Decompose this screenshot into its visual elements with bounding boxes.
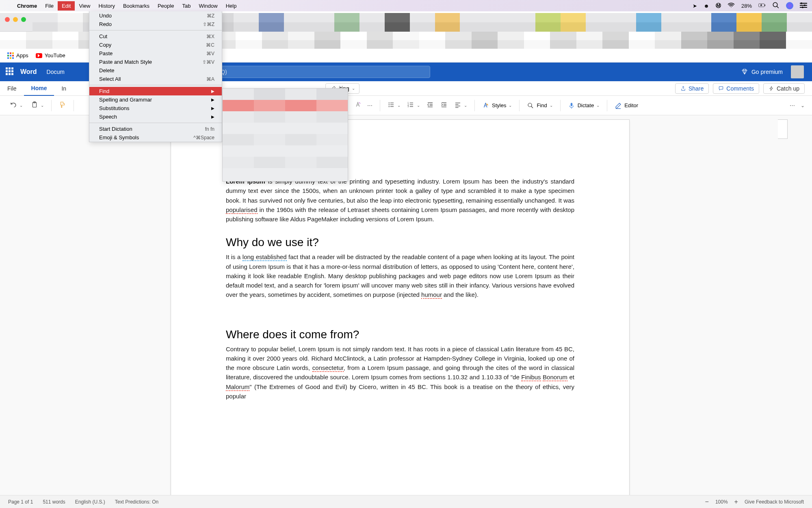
clipboard-button[interactable]	[31, 101, 38, 110]
sys-icon-2[interactable]: ☻	[704, 3, 709, 9]
menu-item-copy[interactable]: Copy⌘C	[89, 41, 222, 49]
menu-bookmarks[interactable]: Bookmarks	[119, 1, 154, 11]
app-name[interactable]: Chrome	[13, 1, 41, 11]
go-premium-button[interactable]: Go premium	[741, 68, 783, 76]
mac-menubar: Chrome File Edit View History Bookmarks …	[0, 0, 812, 11]
decrease-indent-button[interactable]	[427, 101, 434, 110]
document-name[interactable]: Docum	[47, 69, 65, 75]
menu-item-paste-match[interactable]: Paste and Match Style⇧⌘V	[89, 58, 222, 66]
menu-item-speech[interactable]: Speech▶	[89, 112, 222, 121]
tab-home[interactable]: Home	[24, 81, 54, 96]
svg-rect-1	[764, 4, 765, 6]
tab-insert[interactable]: In	[54, 81, 74, 96]
menu-edit[interactable]: Edit	[58, 1, 75, 11]
format-painter-button[interactable]	[59, 101, 66, 110]
menu-divider	[89, 85, 222, 85]
svg-point-7	[801, 2, 802, 4]
ruler-notch	[778, 119, 788, 139]
more-font-button[interactable]: ⋯	[367, 102, 372, 108]
status-language[interactable]: English (U.S.)	[75, 499, 105, 505]
editor-button[interactable]: Editor	[612, 102, 641, 109]
editor-icon	[615, 102, 622, 109]
align-button[interactable]	[454, 101, 461, 110]
menu-view[interactable]: View	[75, 1, 94, 11]
menu-item-dictation[interactable]: Start Dictationfn fn	[89, 125, 222, 133]
menu-people[interactable]: People	[154, 1, 178, 11]
menu-item-paste[interactable]: Paste⌘V	[89, 49, 222, 58]
svg-point-2	[773, 2, 777, 7]
svg-rect-41	[570, 103, 572, 106]
status-predictions[interactable]: Text Predictions: On	[115, 499, 158, 505]
wifi-icon[interactable]	[728, 2, 735, 10]
status-bar: Page 1 of 1 511 words English (U.S.) Tex…	[0, 495, 812, 508]
menu-item-redo[interactable]: Redo⇧⌘Z	[89, 20, 222, 28]
search-icon[interactable]	[772, 2, 780, 10]
zoom-out-button[interactable]: −	[705, 498, 709, 506]
user-avatar[interactable]	[791, 65, 804, 78]
svg-line-40	[531, 106, 533, 108]
bookmark-youtube[interactable]: YouTube	[36, 52, 65, 58]
find-submenu[interactable]	[222, 88, 348, 182]
control-center-icon[interactable]	[800, 2, 807, 10]
menu-item-find[interactable]: Find▶	[89, 87, 222, 95]
menu-divider	[89, 123, 222, 123]
word-brand[interactable]: Word	[20, 68, 37, 76]
more-ribbon-button[interactable]: ⋯	[790, 102, 795, 108]
doc-heading-3: Where does it come from?	[226, 328, 574, 341]
menu-item-emoji[interactable]: Emoji & Symbols^⌘Space	[89, 133, 222, 142]
siri-icon[interactable]	[786, 2, 793, 9]
maximize-window-button[interactable]	[21, 17, 26, 22]
youtube-icon	[36, 53, 42, 58]
lightning-icon	[769, 86, 774, 91]
undo-button[interactable]	[10, 101, 17, 110]
bullets-button[interactable]	[388, 101, 395, 110]
close-window-button[interactable]	[5, 17, 10, 22]
increase-indent-button[interactable]	[440, 101, 448, 110]
tab-file[interactable]: File	[0, 81, 24, 96]
sys-icon-1[interactable]: ➤	[693, 3, 697, 9]
comments-button[interactable]: Comments	[713, 83, 759, 94]
svg-point-8	[804, 4, 806, 6]
app-launcher-icon[interactable]	[6, 67, 15, 76]
zoom-in-button[interactable]: +	[734, 498, 738, 506]
catch-up-button[interactable]: Catch up	[763, 83, 805, 94]
feedback-link[interactable]: Give Feedback to Microsoft	[745, 499, 804, 505]
comment-icon	[718, 86, 724, 91]
menu-history[interactable]: History	[94, 1, 119, 11]
styles-button[interactable]: Styles⌄	[480, 102, 514, 109]
zoom-level[interactable]: 100%	[715, 499, 728, 505]
status-page[interactable]: Page 1 of 1	[8, 499, 33, 505]
clear-formatting-button[interactable]	[354, 101, 362, 110]
menu-help[interactable]: Help	[222, 1, 241, 11]
dictate-button[interactable]: Dictate⌄	[565, 102, 602, 109]
status-words[interactable]: 511 words	[43, 499, 65, 505]
find-button[interactable]: Find⌄	[524, 102, 555, 109]
doc-paragraph-1: Lorem Ipsum is simply dummy text of the …	[226, 177, 574, 224]
sys-icon-3[interactable]: Ⓜ	[716, 2, 721, 9]
menu-divider	[89, 30, 222, 30]
menu-item-substitutions[interactable]: Substitutions▶	[89, 104, 222, 112]
numbering-button[interactable]: 123	[407, 101, 414, 110]
menu-tab[interactable]: Tab	[178, 1, 195, 11]
apps-grid-icon	[7, 52, 14, 59]
menu-item-delete[interactable]: Delete	[89, 66, 222, 75]
svg-point-9	[802, 6, 803, 8]
doc-paragraph-2: It is a long established fact that a rea…	[226, 252, 574, 299]
doc-paragraph-3: Contrary to popular belief, Lorem Ipsum …	[226, 344, 574, 401]
collapse-ribbon-button[interactable]: ⌄	[801, 103, 805, 108]
minimize-window-button[interactable]	[13, 17, 18, 22]
microphone-icon	[568, 102, 575, 109]
document-canvas[interactable]: What is Lorem Ipsum? Lorem Ipsum is simp…	[0, 115, 812, 495]
menu-item-select-all[interactable]: Select All⌘A	[89, 75, 222, 83]
battery-icon[interactable]	[758, 2, 766, 10]
menu-item-undo[interactable]: Undo⌘Z	[89, 11, 222, 20]
menu-window[interactable]: Window	[195, 1, 221, 11]
share-button[interactable]: Share	[675, 83, 709, 94]
menu-item-spelling[interactable]: Spelling and Grammar▶	[89, 95, 222, 104]
svg-point-17	[389, 104, 390, 105]
bookmark-apps[interactable]: Apps	[7, 52, 28, 59]
menu-item-cut[interactable]: Cut⌘X	[89, 32, 222, 41]
menu-file[interactable]: File	[41, 1, 58, 11]
apple-logo-icon[interactable]	[5, 4, 13, 7]
styles-icon	[482, 102, 489, 109]
